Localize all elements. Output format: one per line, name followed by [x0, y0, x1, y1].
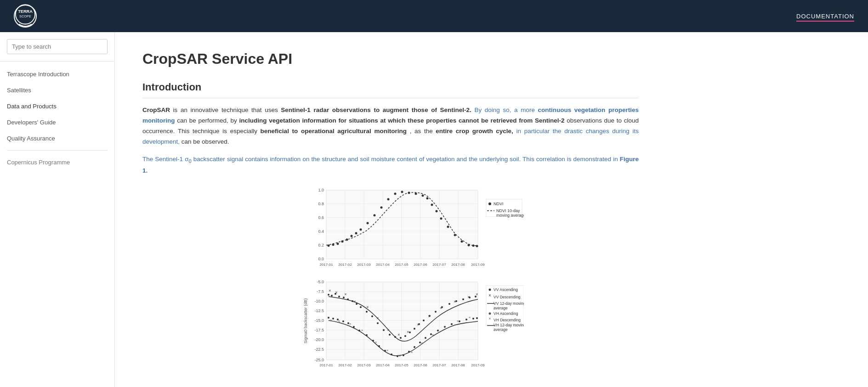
svg-point-168: [437, 330, 439, 331]
svg-text:0.2: 0.2: [318, 243, 324, 247]
svg-text:×: ×: [488, 316, 491, 321]
svg-point-123: [414, 328, 415, 330]
sidebar-item-developers[interactable]: Developers' Guide: [0, 114, 114, 130]
svg-text:VH Descending: VH Descending: [494, 318, 521, 322]
svg-point-44: [380, 206, 383, 208]
svg-point-60: [476, 245, 478, 247]
svg-point-48: [408, 191, 410, 194]
svg-point-54: [440, 217, 443, 219]
svg-text:-7.5: -7.5: [317, 289, 324, 294]
app-header: TERRA SCOPE DOCUMENTATION: [0, 0, 868, 32]
svg-text:×: ×: [330, 318, 332, 322]
sidebar: Terrascope Introduction Satellites Data …: [0, 32, 115, 387]
svg-text:VV Ascending: VV Ascending: [494, 287, 518, 292]
svg-text:TERRA: TERRA: [18, 9, 33, 14]
header-nav[interactable]: DOCUMENTATION: [796, 12, 854, 20]
svg-point-40: [355, 232, 357, 234]
svg-text:×: ×: [344, 292, 346, 297]
svg-point-174: [476, 317, 478, 319]
svg-point-156: [366, 334, 368, 336]
svg-point-45: [387, 198, 390, 200]
ndvi-chart: 1.0 0.8 0.6 0.4 0.2 0.0 2017-01 2017-02 …: [303, 185, 478, 277]
svg-point-162: [403, 354, 404, 356]
section-intro-title: Introduction: [142, 81, 639, 98]
svg-text:×: ×: [411, 350, 413, 354]
svg-text:×: ×: [457, 319, 459, 323]
svg-text:-22.5: -22.5: [314, 347, 324, 352]
svg-point-155: [358, 330, 360, 331]
svg-point-127: [435, 311, 437, 313]
svg-text:×: ×: [444, 325, 446, 329]
svg-point-163: [408, 351, 410, 353]
svg-text:2017-03: 2017-03: [357, 263, 371, 267]
svg-point-42: [367, 222, 369, 224]
svg-text:2017-05: 2017-05: [395, 263, 408, 267]
documentation-link[interactable]: DOCUMENTATION: [796, 13, 854, 22]
svg-text:×: ×: [421, 341, 423, 345]
svg-point-53: [436, 210, 438, 212]
svg-point-131: [462, 298, 464, 300]
svg-point-52: [431, 203, 433, 206]
sidebar-divider: [7, 150, 108, 151]
svg-text:×: ×: [335, 290, 337, 295]
svg-text:×: ×: [353, 299, 356, 304]
main-layout: Terrascope Introduction Satellites Data …: [0, 32, 868, 387]
svg-point-120: [400, 337, 402, 339]
p2-blue: The Sentinel-1 σ0 backscatter signal con…: [142, 156, 620, 163]
svg-text:-17.5: -17.5: [314, 328, 324, 332]
svg-text:-5.0: -5.0: [317, 280, 324, 284]
svg-text:×: ×: [387, 328, 389, 332]
svg-text:×: ×: [407, 330, 409, 334]
svg-text:moving average: moving average: [496, 213, 524, 218]
sidebar-item-data-products[interactable]: Data and Products: [0, 98, 114, 114]
svg-point-158: [378, 345, 380, 347]
p1-bold1: Sentinel-1 radar observations to augment…: [281, 107, 471, 113]
sidebar-item-qa[interactable]: Quality Assurance: [0, 130, 114, 146]
svg-text:×: ×: [375, 340, 377, 344]
cropsar-bold: CropSAR: [142, 107, 170, 113]
svg-text:2017-07: 2017-07: [432, 263, 446, 267]
svg-text:NDVI: NDVI: [494, 202, 504, 206]
svg-point-35: [332, 243, 335, 246]
svg-text:2017-05: 2017-05: [395, 363, 408, 367]
svg-point-121: [404, 335, 406, 337]
svg-text:VH Ascending: VH Ascending: [494, 311, 518, 316]
svg-point-152: [342, 320, 344, 322]
logo-circle: TERRA SCOPE: [14, 5, 37, 28]
svg-point-166: [425, 337, 426, 339]
svg-point-37: [341, 240, 344, 242]
svg-point-116: [377, 322, 379, 324]
svg-text:0.0: 0.0: [318, 257, 324, 261]
svg-point-47: [401, 191, 403, 193]
svg-text:-10.0: -10.0: [314, 299, 324, 303]
p1-text4: , as the: [410, 128, 436, 135]
svg-point-39: [351, 235, 353, 237]
logo: TERRA SCOPE: [14, 5, 37, 28]
svg-text:×: ×: [329, 288, 331, 293]
svg-text:2017-08: 2017-08: [451, 263, 465, 267]
p1-end: can be observed.: [182, 138, 229, 145]
svg-text:2017-01: 2017-01: [319, 363, 333, 367]
svg-text:SCOPE: SCOPE: [19, 14, 31, 18]
sidebar-item-satellites[interactable]: Satellites: [0, 82, 114, 98]
svg-text:average: average: [494, 306, 508, 310]
p1-bold3: including vegetation information for sit…: [239, 117, 564, 124]
svg-text:-12.5: -12.5: [314, 308, 324, 313]
svg-point-34: [328, 244, 330, 247]
sidebar-item-copernicus[interactable]: Copernicus Programme: [0, 154, 114, 170]
search-box[interactable]: [0, 32, 114, 62]
svg-point-41: [360, 228, 362, 230]
svg-text:2017-06: 2017-06: [414, 363, 427, 367]
svg-rect-3: [326, 190, 478, 259]
svg-text:×: ×: [440, 306, 442, 310]
svg-text:×: ×: [386, 348, 389, 353]
svg-text:2017-09: 2017-09: [471, 263, 485, 267]
svg-point-115: [371, 315, 373, 317]
svg-text:0.6: 0.6: [318, 215, 324, 220]
search-input[interactable]: [7, 39, 108, 54]
svg-point-149: [328, 317, 329, 319]
svg-text:×: ×: [476, 292, 478, 297]
svg-text:-20.0: -20.0: [314, 337, 324, 342]
sidebar-item-terrascope[interactable]: Terrascope Introduction: [0, 66, 114, 82]
p1-bold4: beneficial to operational agricultural m…: [261, 128, 407, 135]
